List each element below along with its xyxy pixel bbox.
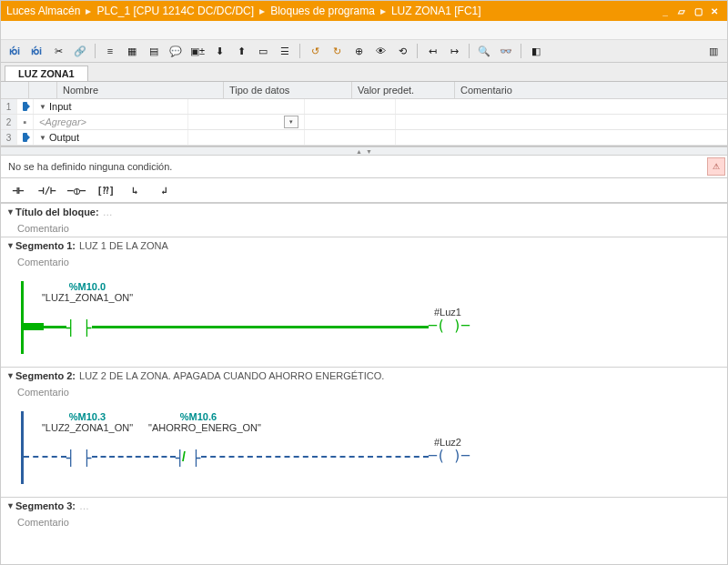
insert-icon[interactable]: ▣± [187, 42, 207, 60]
rail-connector [24, 323, 44, 330]
panel-icon[interactable]: ▥ [703, 42, 723, 60]
expand-icon[interactable]: ▼ [39, 134, 46, 142]
next-icon[interactable]: ю́і [26, 42, 46, 60]
coil-icon[interactable]: –⦶– [65, 181, 88, 199]
main-toolbar: ю́і ю́і ✂ 🔗 ≡ ▦ ▤ 💬 ▣± ⬇ ⬆ ▭ ☰ ↺ ↻ ⊕ 👁 ⟲… [1, 40, 727, 63]
list-icon[interactable]: ≡ [100, 42, 120, 60]
block-title-label: Título del bloque: [15, 207, 99, 217]
condition-warn-icon[interactable]: ⚠ [707, 157, 725, 176]
segment-header[interactable]: ▼ Segmento 2: LUZ 2 DE LA ZONA. APAGADA … [1, 368, 727, 384]
download-icon[interactable]: ⬇ [209, 42, 229, 60]
breadcrumb-item[interactable]: Bloques de programa [270, 5, 375, 17]
indent-left-icon[interactable]: ↤ [422, 42, 442, 60]
row-index: 3 [1, 130, 17, 145]
wire [201, 456, 429, 458]
row-name: Input [49, 101, 71, 112]
power-rail [21, 281, 24, 354]
close-icon[interactable]: ✕ [707, 5, 722, 17]
wire [24, 456, 66, 458]
structure-icon[interactable]: ◧ [526, 42, 546, 60]
network[interactable]: %M10.0 "LUZ1_ZONA1_ON" ┤├ ─( )─ #Luz1 [1, 270, 727, 367]
sync-icon[interactable]: ⟲ [392, 42, 412, 60]
segment-comment[interactable]: Comentario [1, 254, 727, 270]
contact-no-icon[interactable]: ⊣⊢ [6, 181, 30, 199]
segment-comment[interactable]: Comentario [1, 514, 727, 530]
branch-close-icon[interactable]: ↲ [152, 181, 176, 199]
splitter[interactable]: ▲▼ [1, 146, 727, 156]
type-dropdown-icon[interactable]: ▾ [284, 116, 298, 128]
tag-label: %M10.0 "LUZ1_ZONA1_ON" [37, 281, 137, 303]
menu-spacer [1, 21, 727, 40]
upload-icon[interactable]: ⬆ [231, 42, 251, 60]
editor-window: Luces Almacén▸ PLC_1 [CPU 1214C DC/DC/DC… [0, 0, 728, 565]
prev-icon[interactable]: ю́і [5, 42, 25, 60]
network-list-icon[interactable]: ☰ [275, 42, 295, 60]
maximize-icon[interactable]: ▢ [691, 5, 705, 17]
segment-header[interactable]: ▼ Segmento 3: … [1, 498, 727, 514]
comment-icon[interactable]: 💬 [166, 42, 186, 60]
glasses-icon[interactable]: 👓 [496, 42, 516, 60]
segment-title: LUZ 2 DE LA ZONA. APAGADA CUANDO AHORRO … [79, 370, 384, 381]
tag-label: %M10.3 "LUZ2_ZONA1_ON" [37, 411, 137, 433]
branch-open-icon[interactable]: ↳ [123, 181, 147, 199]
expand-icon[interactable]: ▼ [39, 103, 46, 111]
table-icon[interactable]: ▦ [122, 42, 142, 60]
watch-icon[interactable]: 👁 [370, 42, 390, 60]
minimize-icon[interactable]: _ [658, 5, 672, 17]
col-type: Tipo de datos [224, 82, 352, 98]
relation-icon[interactable]: 🔗 [70, 42, 90, 60]
network[interactable]: %M10.3 "LUZ2_ZONA1_ON" %M10.6 "AHORRO_EN… [1, 400, 727, 497]
wire [44, 326, 66, 328]
col-name: Nombre [57, 82, 224, 98]
breadcrumb-item[interactable]: Luces Almacén [6, 5, 80, 17]
row-index: 1 [1, 99, 17, 114]
segment-prefix: Segmento 1: [15, 240, 76, 251]
wire [92, 456, 176, 458]
segment-prefix: Segmento 2: [15, 370, 76, 381]
tab-strip: LUZ ZONA1 [1, 63, 727, 82]
io-icon [17, 130, 34, 145]
block-title-header[interactable]: ▼ Título del bloque: … [1, 204, 727, 220]
tab-block[interactable]: LUZ ZONA1 [5, 66, 88, 81]
indent-right-icon[interactable]: ↦ [444, 42, 464, 60]
ladder-editor: No se ha definido ninguna condición. ⚠ ⊣… [1, 156, 727, 564]
interface-row[interactable]: 3 ▼ Output [1, 130, 727, 146]
io-icon [17, 99, 34, 114]
add-placeholder[interactable]: <Agregar> [39, 116, 86, 127]
interface-header: Nombre Tipo de datos Valor predet. Comen… [1, 82, 727, 99]
interface-row[interactable]: 1 ▼ Input [1, 99, 727, 115]
float-icon[interactable]: ▱ [674, 5, 689, 17]
row-name: Output [49, 132, 79, 143]
segment-comment[interactable]: Comentario [1, 384, 727, 400]
ladder-toolbar: ⊣⊢ ⊣/⊢ –⦶– [⁇] ↳ ↲ [1, 178, 727, 203]
goto-icon[interactable]: ⊕ [349, 42, 369, 60]
network-insert-icon[interactable]: ▭ [253, 42, 273, 60]
search-icon[interactable]: 🔍 [474, 42, 494, 60]
coil[interactable]: ─( )─ [429, 448, 470, 464]
col-comment: Comentario [455, 82, 727, 98]
segment-prefix: Segmento 3: [15, 500, 76, 511]
coil[interactable]: ─( )─ [429, 318, 470, 334]
segment-title: LUZ 1 DE LA ZONA [79, 240, 168, 251]
breadcrumb-item[interactable]: PLC_1 [CPU 1214C DC/DC/DC] [96, 5, 254, 17]
monitor-icon[interactable]: ↺ [305, 42, 325, 60]
bullet-icon: ▪ [17, 115, 34, 129]
power-rail [21, 411, 24, 484]
force-icon[interactable]: ↻ [327, 42, 347, 60]
grid-icon[interactable]: ▤ [144, 42, 164, 60]
breadcrumb-item[interactable]: LUZ ZONA1 [FC1] [391, 5, 481, 17]
interface-grid: Nombre Tipo de datos Valor predet. Comen… [1, 82, 727, 146]
interface-row-add[interactable]: 2 ▪ <Agregar> ▾ [1, 115, 727, 130]
block-comment[interactable]: Comentario [1, 220, 727, 237]
row-index: 2 [1, 115, 17, 129]
cut-icon[interactable]: ✂ [48, 42, 68, 60]
output-label: #Luz1 [434, 307, 461, 318]
contact-nc-icon[interactable]: ⊣/⊢ [35, 181, 59, 199]
title-bar: Luces Almacén▸ PLC_1 [CPU 1214C DC/DC/DC… [1, 1, 727, 21]
tag-label: %M10.6 "AHORRO_ENERG_ON" [148, 411, 248, 433]
box-icon[interactable]: [⁇] [94, 181, 117, 199]
output-label: #Luz2 [434, 437, 461, 448]
col-default: Valor predet. [352, 82, 455, 98]
wire [92, 326, 429, 328]
segment-header[interactable]: ▼ Segmento 1: LUZ 1 DE LA ZONA [1, 237, 727, 254]
